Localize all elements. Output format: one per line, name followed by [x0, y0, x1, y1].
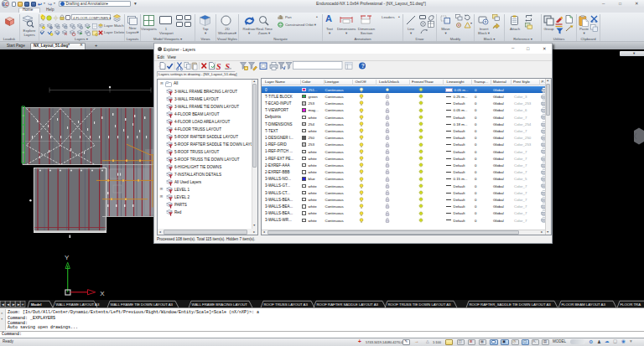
- svg-text:ROOF RAFTER_SADDLE TIE DOWN LA: ROOF RAFTER_SADDLE TIE DOWN LAYOUT A3: [470, 302, 552, 306]
- svg-text:Y: Y: [65, 254, 70, 261]
- svg-text:►: ►: [12, 302, 15, 306]
- svg-text:WALL FRAME TIE DOWN LAYOUT A3: WALL FRAME TIE DOWN LAYOUT A3: [111, 302, 174, 306]
- svg-text:?: ?: [361, 63, 365, 69]
- svg-text:WALL FRAME BRACING LAYOUT: WALL FRAME BRACING LAYOUT: [192, 302, 248, 306]
- svg-text:ROOF TRUSS TIE DOWN LAYOUT A3: ROOF TRUSS TIE DOWN LAYOUT A3: [388, 302, 452, 306]
- svg-text:FLOOR TRA: FLOOR TRA: [621, 302, 641, 306]
- svg-text:X: X: [100, 289, 105, 297]
- svg-text:WALL FRAME LAYOUT A3: WALL FRAME LAYOUT A3: [56, 302, 100, 306]
- svg-text:ROOF RAFTER SADDLE LAYOUT A3: ROOF RAFTER SADDLE LAYOUT A3: [317, 302, 379, 306]
- svg-text:Model: Model: [31, 302, 41, 306]
- svg-text:S: S: [216, 62, 221, 71]
- svg-text:ROOF TRUSS LAYOUT A3: ROOF TRUSS LAYOUT A3: [264, 302, 309, 306]
- svg-text:►: ►: [17, 302, 20, 306]
- svg-text:◄: ◄: [7, 302, 10, 306]
- svg-text:FLOOR BEAM LAYOUT A3: FLOOR BEAM LAYOUT A3: [562, 302, 606, 306]
- svg-text:+: +: [22, 302, 24, 306]
- svg-text:S: S: [226, 62, 231, 71]
- svg-text:◄: ◄: [1, 302, 4, 306]
